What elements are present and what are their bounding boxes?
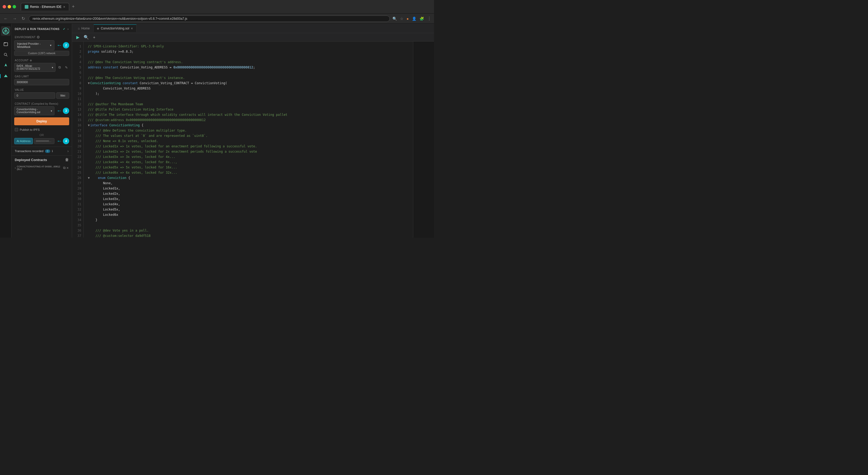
menu-icon[interactable]: ⋮ (427, 16, 431, 21)
svg-rect-7 (5, 76, 6, 77)
env-chevron-icon: ▾ (50, 44, 52, 47)
account-dropdown[interactable]: 0xf24...66cac (5.00070733213172 ▾ (14, 63, 56, 72)
expand-icon[interactable]: › (68, 27, 69, 31)
code-line: /// The values start at `0` and are repr… (88, 133, 409, 139)
environment-dropdown[interactable]: Injected Provider - MetaMask ▾ (14, 40, 55, 50)
clear-contracts-btn[interactable]: 🗑 (65, 158, 69, 162)
close-window-btn[interactable] (3, 5, 6, 8)
tab-bar: Remix - Ethereum IDE × + (21, 3, 76, 10)
account-copy-btn[interactable]: ⧉ (57, 64, 62, 70)
deployed-contracts-label: Deployed Contracts (15, 158, 47, 162)
home-tab-icon: ⌂ (78, 27, 80, 30)
back-btn[interactable]: ← (3, 15, 9, 22)
editor-tab-home[interactable]: ⌂ Home (74, 25, 94, 32)
publish-ipfs-label: Publish to IPFS (20, 128, 40, 131)
code-line (88, 70, 409, 75)
svg-line-6 (6, 55, 7, 56)
maximize-window-btn[interactable] (12, 5, 16, 8)
annotation-num-3: 3 (65, 109, 67, 113)
sidebar-item-search[interactable] (1, 50, 10, 59)
transactions-left: Transactions recorded 0 ℹ (15, 149, 53, 153)
contract-remove-btn[interactable]: × (66, 166, 69, 170)
value-unit-select[interactable]: Wei Gwei Ether (56, 92, 69, 99)
code-line: } (88, 217, 409, 222)
code-line: /// Locked3x => 3x votes, locked for 4x.… (88, 154, 409, 159)
publish-ipfs-checkbox[interactable] (15, 128, 18, 131)
code-line: /// @dev The Conviction Voting contract'… (88, 59, 409, 65)
account-plus-icon[interactable]: ⊕ (30, 59, 32, 62)
environment-label: ENVIRONMENT ⚙ (11, 33, 72, 40)
env-selector: Injected Provider - MetaMask ▾ ← 2 (14, 40, 69, 50)
transactions-recorded-row[interactable]: Transactions recorded 0 ℹ › (11, 147, 72, 155)
account-row: 0xf24...66cac (5.00070733213172 ▾ ⧉ ✎ (14, 63, 69, 72)
forward-btn[interactable]: → (11, 15, 18, 22)
code-line: /// @custom:selector da9df518 (88, 233, 409, 238)
contract-selector: ConvictionVoting - ConvictionVoting.sol … (14, 106, 69, 115)
search-code-btn[interactable]: 🔍 (83, 34, 90, 40)
code-line: /// Locked2x => 2x votes, locked for 2x … (88, 149, 409, 154)
gas-limit-input[interactable] (14, 79, 69, 85)
browser-tab-remix[interactable]: Remix - Ethereum IDE × (21, 3, 69, 10)
code-line: /// @title Pallet Conviction Voting Inte… (88, 107, 409, 112)
transactions-info-icon[interactable]: ℹ (52, 149, 53, 153)
refresh-btn[interactable]: ↻ (21, 15, 26, 22)
profile-icon[interactable]: 👤 (412, 17, 416, 21)
contract-dropdown[interactable]: ConvictionVoting - ConvictionVoting.sol … (14, 106, 55, 115)
new-tab-btn[interactable]: + (70, 4, 76, 9)
code-line: /// Locked6x => 6x votes, locked for 32x… (88, 170, 409, 175)
puzzle-icon[interactable]: 🧩 (420, 17, 424, 21)
browser-chrome: Remix - Ethereum IDE × + (0, 0, 434, 14)
code-line: /// Locked1x => 1x votes, locked for an … (88, 144, 409, 149)
publish-ipfs-row: Publish to IPFS (11, 127, 72, 132)
svg-point-2 (5, 30, 7, 32)
search-nav-icon[interactable]: 🔍 (393, 17, 397, 21)
code-line: pragma solidity >=0.8.3; (88, 49, 409, 54)
code-view[interactable]: 1234567891011121314151617181920212223242… (72, 41, 434, 238)
env-info-icon[interactable]: ⚙ (37, 35, 40, 39)
traffic-lights (3, 5, 16, 8)
account-edit-btn[interactable]: ✎ (63, 64, 69, 70)
code-line: /// Locked4x => 4x votes, locked for 8x.… (88, 159, 409, 165)
contract-value: ConvictionVoting - ConvictionVoting.sol (17, 108, 51, 114)
code-content: // SPDX-License-Identifier: GPL-3.0-only… (84, 41, 413, 238)
contract-item-expand[interactable]: › CONVICTIONVOTING AT 0X000...00812 (BLC (15, 165, 63, 171)
check-icon[interactable]: ✓ (63, 27, 65, 31)
annotation-arrow-4: ← (57, 138, 62, 145)
code-line: // SPDX-License-Identifier: GPL-3.0-only (88, 44, 409, 49)
sidebar-item-compile[interactable] (1, 61, 10, 70)
tab-close-btn[interactable]: × (63, 5, 65, 9)
at-address-button[interactable]: At Address (14, 138, 33, 144)
app-container: ◀ DEPLOY & RUN TRANSACTIONS ✓ › ENVIRONM… (0, 24, 434, 238)
nav-icons: 🔍 ☆ ● 👤 🧩 ⋮ (393, 16, 431, 21)
run-btn[interactable]: ▶ (75, 34, 81, 40)
code-line: ▼ConvictionVoting constant Conviction_Vo… (88, 81, 409, 86)
annotation-arrow-2: ← (57, 42, 62, 49)
annotation-num-2: 2 (65, 43, 67, 47)
editor-tab-file[interactable]: ◈ ConvictionVoting.sol × (94, 25, 136, 32)
transactions-count-badge: 0 (45, 149, 50, 153)
code-line: Locked4x, (88, 202, 409, 207)
nav-bar: ← → ↻ 🔍 ☆ ● 👤 🧩 ⋮ (0, 14, 434, 24)
line-numbers: 1234567891011121314151617181920212223242… (72, 41, 84, 238)
code-line: Locked6x (88, 212, 409, 217)
minimize-window-btn[interactable] (8, 5, 11, 8)
file-tab-close-btn[interactable]: × (131, 26, 133, 31)
contract-copy-btn[interactable]: ⧉ (63, 166, 65, 170)
at-address-input[interactable]: 0000000000000000000000000000000000000812 (34, 138, 55, 144)
deploy-button[interactable]: Deploy (14, 117, 69, 125)
code-line: /// @dev Vote yes in a poll. (88, 228, 409, 233)
value-input[interactable] (14, 92, 55, 99)
env-value: Injected Provider - MetaMask (17, 42, 50, 49)
account-value: 0xf24...66cac (5.00070733213172 (17, 64, 52, 70)
annotation-arrow-3: ← (57, 107, 62, 114)
extensions-icon[interactable]: ● (407, 17, 409, 21)
zoom-in-btn[interactable]: + (92, 35, 96, 40)
sidebar-item-file-explorer[interactable] (1, 39, 10, 49)
code-line: ▼ enum Conviction { (88, 175, 409, 180)
address-bar[interactable] (29, 16, 390, 22)
contract-item-chevron-icon: › (15, 166, 16, 170)
sidebar-item-deploy[interactable]: ◀ (1, 71, 10, 81)
code-line (88, 54, 409, 59)
value-row: Wei Gwei Ether (14, 92, 69, 99)
bookmark-icon[interactable]: ☆ (400, 17, 403, 21)
